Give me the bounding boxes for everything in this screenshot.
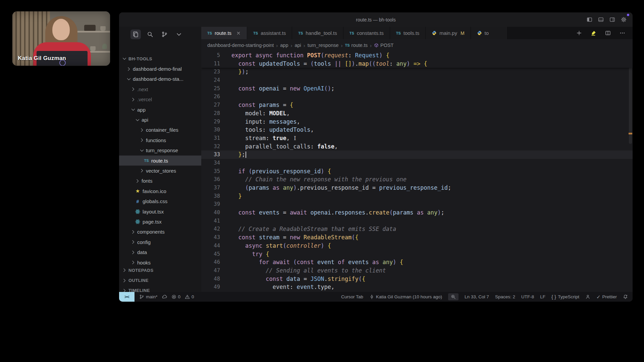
chevron-right-icon — [122, 278, 127, 283]
tree-item-dashboard-demo-sta-[interactable]: dashboard-demo-sta... — [119, 74, 201, 84]
status-bar: >< main* 0 0 Cursor Tab Katia Gil Guzman… — [119, 292, 633, 302]
tree-root[interactable]: BH-TOOLS — [119, 54, 201, 64]
tree-item-config[interactable]: config — [119, 237, 201, 247]
files-icon[interactable] — [130, 29, 141, 39]
layout-panel-icon[interactable] — [598, 17, 604, 22]
chevron-down-icon[interactable] — [176, 31, 182, 38]
tree-item-api[interactable]: api — [119, 115, 201, 125]
ellipsis-icon[interactable] — [620, 30, 625, 36]
line-number: 11 — [207, 60, 220, 68]
tree-item--vercel[interactable]: .vercel — [119, 95, 201, 105]
editor-scrollbar[interactable] — [628, 51, 633, 292]
titlebar: route.ts — bh-tools — [119, 12, 633, 27]
tree-item-hooks[interactable]: hooks — [119, 257, 201, 265]
chevron-right-icon — [130, 250, 136, 255]
tree-root-label: BH-TOOLS — [128, 56, 152, 61]
source-control-icon[interactable] — [161, 31, 168, 38]
status-label: Katia Gil Guzman (10 hours ago) — [376, 294, 442, 299]
chevron-down-icon — [135, 117, 140, 123]
tree-item-components[interactable]: components — [119, 227, 201, 237]
tree-item-app[interactable]: app — [119, 105, 201, 115]
status-encoding[interactable]: UTF-8 — [521, 294, 534, 299]
status-language[interactable]: { }TypeScript — [551, 294, 579, 300]
modified-badge: M — [461, 31, 465, 36]
tab-to[interactable]: to — [471, 27, 507, 39]
tab-label: to — [485, 30, 489, 36]
tree-item-fonts[interactable]: fonts — [119, 176, 201, 186]
person-icon — [585, 294, 590, 299]
tab-constants-ts[interactable]: TSconstants.ts — [343, 27, 390, 39]
tab-route-ts[interactable]: TSroute.ts — [201, 27, 247, 39]
tree-item-label: fonts — [142, 178, 153, 184]
gear-icon[interactable] — [621, 17, 627, 22]
breadcrumb-item-app[interactable]: app — [280, 43, 288, 48]
code-line-49: 49 event: event.type, — [201, 283, 633, 291]
plus-icon[interactable] — [576, 30, 582, 36]
tab-assistant-ts[interactable]: TSassistant.ts — [247, 27, 292, 39]
breadcrumb-item-turn-response[interactable]: turn_response — [308, 43, 339, 48]
code-editor[interactable]: 5 export async function POST(request: Re… — [201, 51, 633, 292]
tree-item-globals-css[interactable]: #globals.css — [119, 196, 201, 206]
search-icon[interactable] — [147, 31, 153, 38]
tree-item-label: .vercel — [137, 97, 152, 102]
breadcrumb-item-post[interactable]: POST — [374, 43, 393, 48]
status-branch[interactable]: main* — [139, 294, 158, 299]
ts-icon: TS — [350, 31, 354, 35]
chevron-right-icon — [135, 178, 140, 184]
breadcrumb-label: turn_response — [308, 43, 339, 48]
tree-item--next[interactable]: .next — [119, 84, 201, 94]
tree-item-data[interactable]: data — [119, 247, 201, 257]
tree-item-container-files[interactable]: container_files — [119, 125, 201, 135]
statusbar-right: Cursor Tab Katia Gil Guzman (10 hours ag… — [341, 293, 628, 300]
hash-file-icon: # — [135, 199, 141, 204]
sidebar-section-outline[interactable]: OUTLINE — [119, 275, 201, 285]
breadcrumb-label: dashboard-demo-starting-point — [207, 43, 274, 48]
tree-item-layout-tsx[interactable]: layout.tsx — [119, 206, 201, 217]
tab-label: assistant.ts — [261, 30, 286, 36]
tree-item-turn-response[interactable]: turn_response — [119, 145, 201, 156]
split-editor-icon[interactable] — [605, 30, 611, 36]
status-problems-errors[interactable]: 0 — [171, 294, 181, 299]
tree-item-favicon-ico[interactable]: ★favicon.ico — [119, 186, 201, 196]
tree-item-functions[interactable]: functions — [119, 135, 201, 145]
status-cursor-position[interactable]: Ln 33, Col 7 — [465, 294, 489, 299]
layout-sidebar-right-icon[interactable] — [609, 17, 615, 22]
status-git-blame[interactable]: Katia Gil Guzman (10 hours ago) — [369, 294, 442, 299]
record-dot-icon — [627, 14, 629, 16]
breadcrumb-item-dashboard-demo-starting-point[interactable]: dashboard-demo-starting-point — [207, 43, 274, 48]
status-notifications[interactable] — [623, 294, 628, 299]
tree-item-route-ts[interactable]: TSroute.ts — [119, 156, 201, 166]
layout-sidebar-left-icon[interactable] — [587, 17, 592, 22]
status-sync[interactable] — [162, 294, 167, 299]
tab-tools-ts[interactable]: TStools.ts — [390, 27, 426, 39]
webcam-name-label: Katia Gil Guzman — [18, 55, 66, 62]
tab-main-py[interactable]: main.py M — [426, 27, 471, 39]
sidebar-section-notepads[interactable]: NOTEPADS — [119, 265, 201, 275]
chevron-right-icon — [139, 127, 145, 133]
tree-item-vector-stores[interactable]: vector_stores — [119, 166, 201, 176]
remote-indicator[interactable]: >< — [119, 292, 135, 302]
line-number: 36 — [207, 175, 220, 184]
close-icon[interactable] — [236, 31, 241, 36]
status-cursor-tab[interactable]: Cursor Tab — [341, 294, 363, 299]
code-line-28: 28 model: MODEL, — [201, 109, 633, 118]
commit-icon — [369, 294, 374, 299]
highlighter-icon[interactable] — [591, 30, 596, 36]
breadcrumb-item-api[interactable]: api — [294, 43, 301, 48]
line-number: 44 — [207, 242, 220, 250]
line-number: 45 — [207, 250, 220, 258]
status-indentation[interactable]: Spaces: 2 — [495, 294, 515, 299]
tab-handle-tool-ts[interactable]: TShandle_tool.ts — [292, 27, 343, 39]
status-problems-warnings[interactable]: 0 — [185, 294, 194, 299]
tree-item-dashboard-demo-final[interactable]: dashboard-demo-final — [119, 64, 201, 74]
breadcrumb-item-route-ts[interactable]: TSroute.ts — [345, 43, 368, 48]
line-number: 38 — [207, 192, 220, 200]
status-accounts[interactable] — [585, 294, 590, 299]
status-zoom[interactable] — [448, 293, 459, 300]
line-number: 47 — [207, 266, 220, 275]
chevron-right-icon — [130, 229, 136, 235]
status-formatter[interactable]: ✓Prettier — [596, 294, 617, 300]
tree-item-page-tsx[interactable]: page.tsx — [119, 217, 201, 227]
tab-label: constants.ts — [357, 30, 384, 36]
status-eol[interactable]: LF — [540, 294, 545, 299]
